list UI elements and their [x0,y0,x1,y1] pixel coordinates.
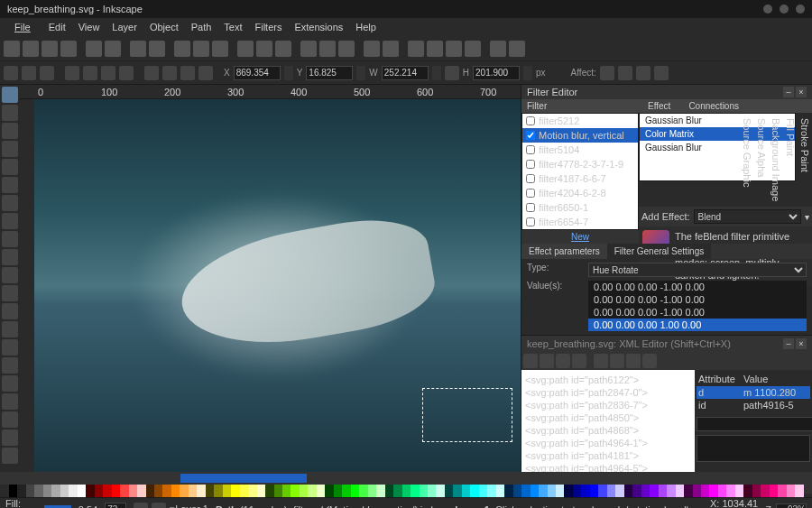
color-swatch[interactable] [325,485,333,497]
eraser-tool[interactable] [2,357,18,374]
add-effect-select[interactable]: Blend [694,209,801,224]
spiral-tool[interactable] [2,249,18,265]
zoom-page-icon[interactable] [275,41,291,57]
color-swatch[interactable] [257,485,265,497]
filter-checkbox[interactable] [526,217,535,226]
filter-item[interactable]: filter4778-2-3-7-1-9 [522,157,638,171]
color-swatch[interactable] [154,485,162,497]
color-swatch[interactable] [112,485,120,497]
color-swatch[interactable] [120,485,128,497]
menu-layer[interactable]: Layer [106,20,143,34]
color-swatch[interactable] [598,485,606,497]
color-swatch[interactable] [778,485,786,497]
xml-icon[interactable] [446,41,462,57]
close-icon[interactable] [796,5,805,14]
color-swatch[interactable] [103,485,111,497]
node-tool[interactable] [2,105,18,121]
color-swatch[interactable] [342,485,350,497]
deselect-icon[interactable] [40,66,54,80]
copy-icon[interactable] [174,41,190,57]
ellipse-tool[interactable] [2,213,18,229]
raise-top-icon[interactable] [144,66,159,80]
color-swatch[interactable] [51,485,60,497]
color-swatch[interactable] [411,485,419,497]
y-input[interactable] [306,66,353,80]
color-swatch[interactable] [701,485,709,497]
xml-node[interactable]: <svg:path id="path4850"> [525,411,691,424]
color-swatch[interactable] [787,485,795,497]
duplicate-icon[interactable] [300,41,317,57]
selector-tool[interactable] [2,87,18,103]
menu-text[interactable]: Text [218,20,247,34]
color-swatch[interactable] [282,485,291,497]
color-swatch[interactable] [752,485,761,497]
color-swatch[interactable] [248,485,256,497]
lower-bottom-icon[interactable] [198,66,213,80]
menu-view[interactable]: View [73,20,106,34]
xml-node[interactable]: <svg:path id="path6122"> [525,374,691,386]
menu-file[interactable]: File [4,20,42,34]
affect-stroke-icon[interactable] [600,66,614,80]
color-swatch[interactable] [9,485,17,497]
xml-new-text-icon[interactable] [540,354,554,368]
color-swatch[interactable] [78,485,86,497]
xml-node[interactable]: <svg:path id="path4181"> [525,449,691,462]
color-swatch[interactable] [317,485,325,497]
flip-h-icon[interactable] [101,66,115,80]
color-swatch[interactable] [60,485,69,497]
color-swatch[interactable] [368,485,376,497]
filter-editor-title[interactable]: Filter Editor –× [521,85,812,99]
color-swatch[interactable] [17,485,25,497]
export-icon[interactable] [105,41,121,57]
color-swatch[interactable] [265,485,273,497]
color-swatch[interactable] [95,485,103,497]
spray-tool[interactable] [2,339,18,356]
color-swatch[interactable] [26,485,34,497]
color-swatch[interactable] [624,485,632,497]
color-swatch[interactable] [684,485,692,497]
ruler-vertical[interactable] [20,99,34,472]
color-swatch[interactable] [86,485,94,497]
filter-item[interactable]: filter5104 [522,143,638,157]
color-swatch[interactable] [34,485,42,497]
bezier-tool[interactable] [2,285,18,301]
ruler-horizontal[interactable]: 0100200300400500600700 [20,85,521,99]
filter-checkbox[interactable] [526,160,535,169]
color-swatch[interactable] [735,485,743,497]
color-swatch[interactable] [334,485,342,497]
raise-icon[interactable] [162,66,177,80]
color-swatch[interactable] [231,485,239,497]
xml-delete-icon[interactable] [572,354,586,368]
color-swatch[interactable] [420,485,428,497]
tweak-tool[interactable] [2,123,18,139]
affect-corners-icon[interactable] [618,66,632,80]
layer-visibility-icon[interactable] [134,503,148,509]
affect-pattern-icon[interactable] [654,66,669,80]
fill-swatch[interactable] [44,505,71,509]
filter-checkbox[interactable] [526,131,535,140]
color-swatch[interactable] [171,485,180,497]
unit-label[interactable]: px [536,68,546,78]
color-swatch[interactable] [496,485,504,497]
filter-checkbox[interactable] [526,189,535,198]
color-swatch[interactable] [189,485,197,497]
color-swatch[interactable] [632,485,641,497]
affect-gradient-icon[interactable] [636,66,651,80]
menu-edit[interactable]: Edit [43,20,71,34]
tab-filter-general[interactable]: Filter General Settings [607,244,712,259]
color-swatch[interactable] [641,485,650,497]
panel-min-icon[interactable]: – [783,87,794,97]
color-swatch[interactable] [69,485,77,497]
menu-help[interactable]: Help [350,20,382,34]
zoom-tool[interactable] [2,141,18,157]
filter-item[interactable]: Motion blur, vertical [522,128,638,143]
color-swatch[interactable] [462,485,470,497]
color-swatch[interactable] [761,485,769,497]
color-swatch[interactable] [556,485,564,497]
color-swatch[interactable] [726,485,734,497]
gradient-tool[interactable] [2,393,18,410]
xml-editor-title[interactable]: keep_breathing.svg: XML Editor (Shift+Ct… [521,336,812,352]
color-swatch[interactable] [521,485,530,497]
color-swatch[interactable] [445,485,453,497]
zoom-drawing-icon[interactable] [256,41,272,57]
